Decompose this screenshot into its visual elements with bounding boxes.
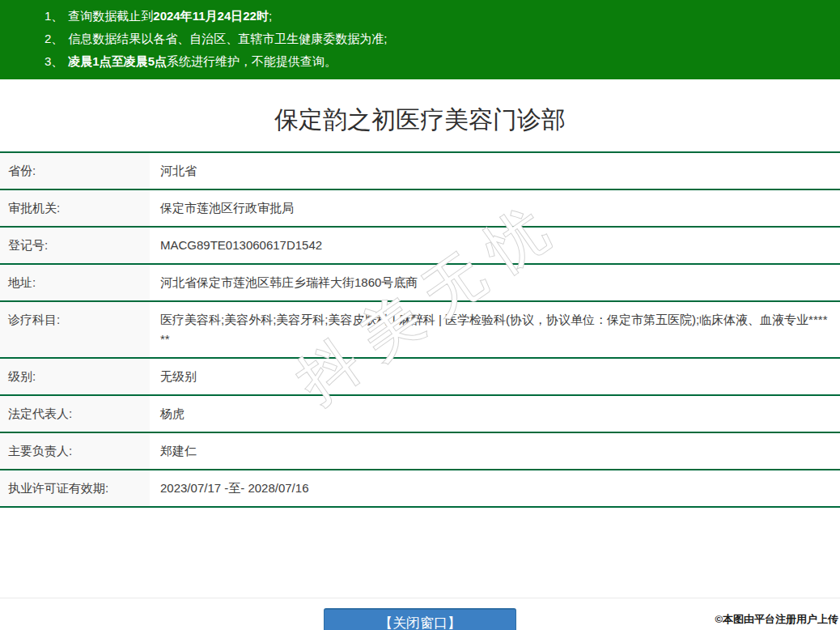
row-value: 2023/07/17 -至- 2028/07/16	[150, 470, 840, 506]
row-value: 河北省保定市莲池区韩庄乡瑞祥大街1860号底商	[150, 265, 840, 300]
row-label: 诊疗科目:	[0, 302, 150, 357]
table-row-treatment-subjects: 诊疗科目: 医疗美容科;美容外科;美容牙科;美容皮肤科 | 麻醉科 | 医学检验…	[0, 302, 840, 359]
table-row-license-validity: 执业许可证有效期: 2023/07/17 -至- 2028/07/16	[0, 470, 840, 508]
notice-item-bold-text: 凌晨1点至凌晨5点	[68, 54, 167, 68]
notice-item-number: 1、	[45, 9, 63, 23]
row-label: 执业许可证有效期:	[0, 470, 150, 506]
institution-info-table: 省份: 河北省 审批机关: 保定市莲池区行政审批局 登记号: MACG89TE0…	[0, 151, 840, 508]
table-row-approval-authority: 审批机关: 保定市莲池区行政审批局	[0, 190, 840, 228]
table-row-main-person-in-charge: 主要负责人: 郑建仁	[0, 433, 840, 470]
table-row-level: 级别: 无级别	[0, 359, 840, 396]
row-label: 审批机关:	[0, 190, 150, 226]
notice-item-3: 3、凌晨1点至凌晨5点系统进行维护，不能提供查询。	[45, 50, 832, 73]
notice-item-number: 2、	[45, 32, 63, 45]
row-value: 郑建仁	[150, 433, 840, 469]
row-label: 主要负责人:	[0, 433, 150, 469]
notice-item-bold-text: 2024年11月24日22时	[153, 9, 269, 23]
copyright-watermark: ©本图由平台注册用户上传	[715, 612, 838, 627]
table-row-province: 省份: 河北省	[0, 153, 840, 190]
table-row-address: 地址: 河北省保定市莲池区韩庄乡瑞祥大街1860号底商	[0, 265, 840, 302]
row-label: 登记号:	[0, 228, 150, 263]
row-value: 保定市莲池区行政审批局	[150, 190, 840, 226]
row-label: 省份:	[0, 153, 150, 189]
notice-item-number: 3、	[45, 54, 63, 68]
row-label: 级别:	[0, 359, 150, 394]
row-label: 法定代表人:	[0, 396, 150, 432]
row-value: 无级别	[150, 359, 840, 394]
notice-item-2: 2、信息数据结果以各省、自治区、直辖市卫生健康委数据为准;	[45, 28, 832, 50]
table-row-legal-representative: 法定代表人: 杨虎	[0, 396, 840, 433]
close-window-button[interactable]: 【关闭窗口】	[324, 608, 516, 630]
notice-item-text: 查询数据截止到	[68, 9, 153, 23]
row-label: 地址:	[0, 265, 150, 300]
table-row-registration-number: 登记号: MACG89TE013060617D1542	[0, 228, 840, 265]
notice-item-text: 信息数据结果以各省、自治区、直辖市卫生健康委数据为准;	[68, 32, 387, 45]
row-value: 医疗美容科;美容外科;美容牙科;美容皮肤科 | 麻醉科 | 医学检验科(协议，协…	[150, 302, 840, 357]
notice-item-text-end: ;	[269, 9, 272, 23]
notice-bar: 1、查询数据截止到2024年11月24日22时; 2、信息数据结果以各省、自治区…	[0, 0, 840, 79]
row-value: MACG89TE013060617D1542	[150, 228, 840, 263]
row-value: 杨虎	[150, 396, 840, 432]
notice-item-text-end: 系统进行维护，不能提供查询。	[167, 54, 337, 68]
notice-item-1: 1、查询数据截止到2024年11月24日22时;	[45, 5, 832, 28]
row-value: 河北省	[150, 153, 840, 189]
page-title: 保定韵之初医疗美容门诊部	[0, 106, 840, 134]
